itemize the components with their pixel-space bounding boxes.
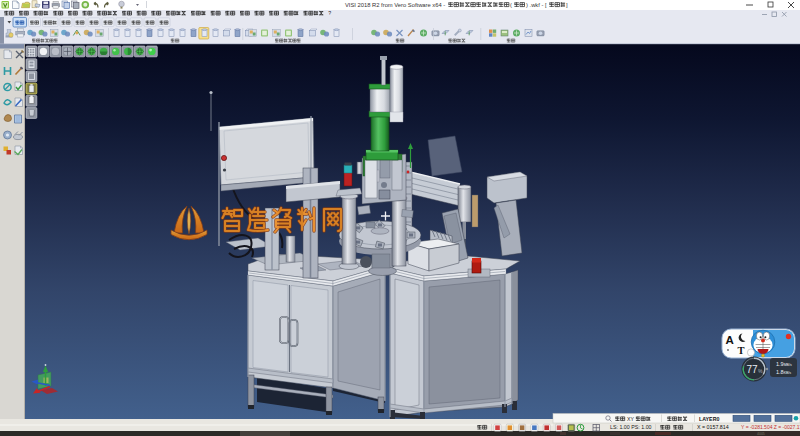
svg-text:?: ? (328, 10, 331, 16)
svg-text:A: A (726, 334, 734, 346)
svg-text:LAYER0: LAYER0 (699, 416, 719, 422)
svg-text:4005: 4005 (757, 432, 765, 436)
svg-text:%: % (758, 368, 763, 374)
svg-text:XY: XY (627, 416, 634, 422)
svg-text:LS: 1.00 PS: 1.00: LS: 1.00 PS: 1.00 (610, 424, 652, 430)
svg-text:X = 0157.814: X = 0157.814 (697, 424, 729, 430)
svg-text:VISI 2018 R2 from Vero Softwar: VISI 2018 R2 from Vero Software x64 - (345, 2, 445, 8)
svg-text:T: T (738, 345, 745, 356)
svg-text:(: ( (510, 2, 512, 8)
svg-text:Y = -0281.504 Z = -0027.177: Y = -0281.504 Z = -0027.177 (741, 424, 800, 430)
svg-text:) .wkf - [: ) .wkf - [ (526, 2, 547, 8)
svg-text:77: 77 (746, 364, 758, 375)
